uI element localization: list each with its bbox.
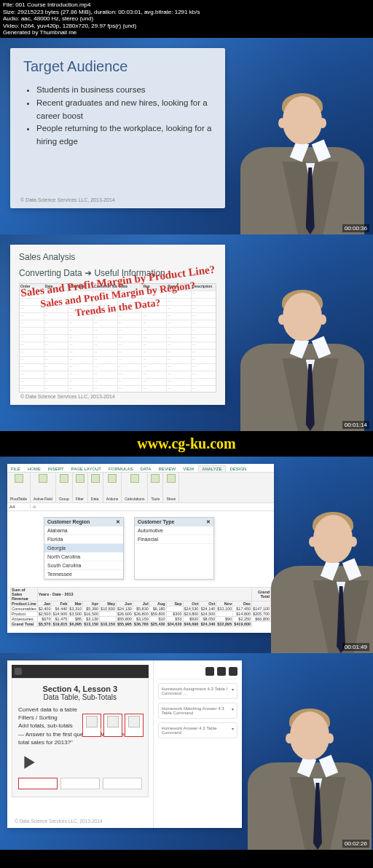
homework-card[interactable]: Homework Assignment 4.3 Table / Command … <box>158 683 237 699</box>
slicer-title: Customer Region <box>47 519 90 525</box>
ribbon-icon[interactable] <box>76 474 85 483</box>
ribbon-tab[interactable]: FILE <box>7 466 24 472</box>
background-spreadsheet: OrderDateCustomerCustomer NameStateRepPa… <box>19 283 216 392</box>
bullet-item: People returning to the workplace, looki… <box>36 122 212 149</box>
slicer-item[interactable]: Alabama <box>44 526 123 535</box>
option-box[interactable]: Last Column <box>103 778 142 789</box>
homework-card[interactable]: Homework Answer 4.3 Table Command▾ <box>158 722 237 738</box>
meta-audio: Audio: aac, 48000 Hz, stereo (und) <box>3 15 370 23</box>
slicer-item[interactable]: Automotive <box>135 526 213 535</box>
presenter <box>231 234 373 431</box>
presenter <box>278 457 373 653</box>
slicer-title: Customer Type <box>138 519 174 525</box>
timestamp: 00:01:49 <box>342 643 369 651</box>
thumbnail-frame-3: FILEHOMEINSERTPAGE LAYOUTFORMULASDATAREV… <box>0 457 373 653</box>
formula-bar[interactable]: A4 fx <box>7 503 274 511</box>
clear-filter-icon[interactable]: ✕ <box>206 519 211 525</box>
ribbon-icon[interactable] <box>39 474 47 483</box>
slide-sales-analysis: Sales Analysis Converting Data ➜ Useful … <box>10 245 225 405</box>
lms-slide: Section 4, Lesson 3 Data Table, Sub-Tota… <box>7 660 242 828</box>
bullet-item: Recent graduates and new hires, looking … <box>36 97 212 123</box>
meta-video: Video: h264, yuv420p, 1280x720, 29.97 fp… <box>3 23 370 30</box>
play-icon[interactable] <box>21 754 37 770</box>
section-subtitle: Data Table, Sub-Totals <box>18 693 142 701</box>
ribbon-tab[interactable]: INSERT <box>44 466 68 472</box>
sidebar-panel: Homework Assignment 4.3 Table / Command … <box>153 660 242 828</box>
ribbon-tab[interactable]: VIEW <box>179 466 197 472</box>
ribbon-group[interactable]: Show <box>163 473 179 502</box>
section-title: Section 4, Lesson 3 <box>18 684 142 693</box>
ribbon-body[interactable]: PivotTableActive FieldGroupFilterDataAct… <box>7 473 274 503</box>
settings-icon[interactable] <box>229 667 237 676</box>
timestamp: 00:01:14 <box>342 421 369 429</box>
slide-header-1: Sales Analysis <box>19 252 216 264</box>
chevron-down-icon[interactable]: ▾ <box>232 706 234 715</box>
ribbon-group[interactable]: Calculations <box>122 473 148 502</box>
presenter <box>231 38 373 234</box>
ribbon-tab[interactable]: REVIEW <box>155 466 180 472</box>
ribbon-group[interactable]: Group <box>56 473 73 502</box>
ribbon-tabs[interactable]: FILEHOMEINSERTPAGE LAYOUTFORMULASDATAREV… <box>7 464 274 473</box>
timestamp: 00:00:36 <box>342 224 369 232</box>
style-icon[interactable]: Cell Styles <box>125 714 144 737</box>
ribbon-tab[interactable]: DESIGN <box>226 466 250 472</box>
logo-icon <box>15 668 22 675</box>
ribbon-icon[interactable] <box>60 474 68 483</box>
fx-label: fx <box>31 505 39 509</box>
nav-icon[interactable] <box>205 667 214 676</box>
slicer-item[interactable]: Georgia <box>44 544 123 553</box>
ribbon-icon[interactable] <box>151 474 160 483</box>
slicer-customer-type[interactable]: Customer Type✕ AutomotiveFinancial <box>134 517 214 580</box>
slicer-item[interactable]: South Carolina <box>44 561 123 570</box>
ribbon-group[interactable]: PivotTable <box>7 473 31 502</box>
chevron-down-icon[interactable]: ▾ <box>232 726 234 735</box>
bullet-item: Students in business courses <box>36 84 212 97</box>
clear-filter-icon[interactable]: ✕ <box>116 519 120 525</box>
option-box[interactable]: First Column <box>60 778 100 789</box>
slide-target-audience: Target Audience Students in business cou… <box>10 48 225 208</box>
ribbon-group[interactable]: Active Field <box>31 473 56 502</box>
ribbon-group[interactable]: Filter <box>73 473 88 502</box>
timestamp: 00:02:26 <box>342 840 369 848</box>
ribbon-group[interactable]: Actions <box>103 473 122 502</box>
style-icon[interactable]: Format as Table <box>103 714 122 737</box>
ribbon-icon[interactable] <box>130 474 139 483</box>
copyright: © Data Science Services LLC, 2013-2014 <box>20 394 115 399</box>
ribbon-group[interactable]: Data <box>88 473 103 502</box>
homework-card[interactable]: Homework Matching Answer 4.3 Table Comma… <box>158 703 237 719</box>
ribbon-tab[interactable]: HOME <box>24 466 44 472</box>
copyright: © Data Science Services LLC, 2013-2014 <box>15 818 102 824</box>
ribbon-tab[interactable]: FORMULAS <box>105 466 136 472</box>
ribbon-icon[interactable] <box>108 474 117 483</box>
copyright: © Data Science Services LLC, 2013-2014 <box>20 197 115 202</box>
slicer-customer-region[interactable]: Customer Region✕ AlabamaFloridaGeorgiaNo… <box>44 517 124 580</box>
ribbon-tab[interactable]: PAGE LAYOUT <box>68 466 105 472</box>
slide-title: Target Audience <box>23 58 212 75</box>
chat-icon[interactable] <box>217 667 226 676</box>
slicer-item[interactable]: Florida <box>44 535 123 544</box>
ribbon-icon[interactable] <box>15 474 23 483</box>
meta-generator: Generated by Thumbnail me <box>3 29 370 36</box>
slicer-item[interactable]: North Carolina <box>44 553 123 561</box>
option-box[interactable]: Total Row <box>18 778 58 789</box>
bullet-list: Students in business courses Recent grad… <box>36 84 212 149</box>
style-icon[interactable]: Conditional Formatting <box>82 714 101 737</box>
ribbon-tab[interactable]: DATA <box>136 466 154 472</box>
thumbnail-frame-4: Section 4, Lesson 3 Data Table, Sub-Tota… <box>0 653 373 850</box>
slicer-item[interactable]: Financial <box>135 535 213 544</box>
meta-size: Size: 29215223 bytes (27.86 MiB), durati… <box>3 9 370 16</box>
ribbon-group[interactable]: Tools <box>148 473 163 502</box>
pivot-table[interactable]: Sum of Sales RevenueYears · Date · 2013G… <box>7 585 274 628</box>
ribbon-icon[interactable] <box>167 474 176 483</box>
slide-header-2: Converting Data ➜ Useful Information <box>19 268 216 280</box>
video-title-bar <box>12 665 149 678</box>
watermark: www.cg-ku.com <box>0 431 373 457</box>
name-box[interactable]: A4 <box>7 505 31 509</box>
chevron-down-icon[interactable]: ▾ <box>232 687 234 695</box>
thumbnail-frame-1: Target Audience Students in business cou… <box>0 38 373 234</box>
slicer-item[interactable]: Tennessee <box>44 570 123 579</box>
media-info-header: File: 001 Course Introduction.mp4 Size: … <box>0 0 373 38</box>
excel-window: FILEHOMEINSERTPAGE LAYOUTFORMULASDATAREV… <box>7 464 274 633</box>
ribbon-tab[interactable]: ANALYZE <box>198 465 227 472</box>
ribbon-icon[interactable] <box>91 474 100 483</box>
